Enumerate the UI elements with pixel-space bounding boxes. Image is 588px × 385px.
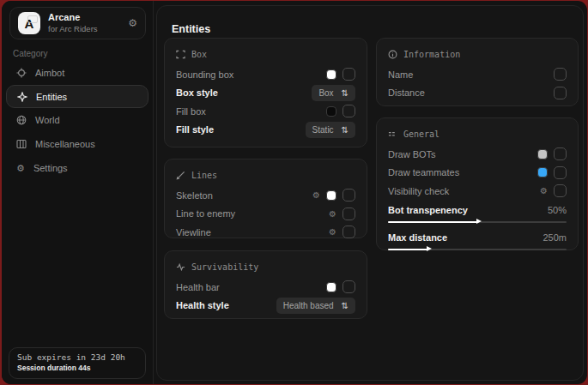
bot-transparency-slider[interactable] <box>388 219 567 226</box>
setting-label: Skeleton <box>176 190 312 201</box>
setting-row-max-distance: Max distance 250m <box>388 231 567 253</box>
grid-icon <box>388 129 397 139</box>
checkbox[interactable] <box>554 166 567 179</box>
sidebar: A Arcane for Arc Riders ⚙ Category Aimbo… <box>2 1 154 384</box>
max-distance-slider[interactable] <box>388 246 567 253</box>
setting-row-health-style: Health style Health based⇅ <box>176 297 355 316</box>
panel-title: Box <box>191 50 207 59</box>
lines-panel: Lines Skeleton ⚙ Line to enemy ⚙ Viewlin… <box>164 159 367 238</box>
setting-label: Line to enemy <box>176 208 329 219</box>
page-title: Entities <box>172 23 210 35</box>
session-duration-text: Session duration 44s <box>17 364 137 372</box>
panel-title: Information <box>403 50 460 59</box>
sidebar-item-label: Settings <box>33 163 68 173</box>
swap-vertical-icon: ⇅ <box>342 125 349 135</box>
slider-value: 250m <box>543 232 567 243</box>
setting-label: Box style <box>176 87 312 98</box>
box-style-select[interactable]: Box⇅ <box>312 85 355 101</box>
setting-row-bot-transparency: Bot transpenency 50% <box>388 203 567 226</box>
sidebar-item-entities[interactable]: Entities <box>6 85 149 108</box>
slider-thumb[interactable] <box>427 246 432 251</box>
setting-row-health-bar: Health bar <box>176 278 355 297</box>
slider-thumb[interactable] <box>476 219 482 224</box>
setting-label: Name <box>388 69 554 80</box>
sidebar-item-label: Miscellaneous <box>35 139 95 149</box>
information-panel: Information Name Distance <box>376 38 579 106</box>
checkbox[interactable] <box>342 105 355 117</box>
color-swatch[interactable] <box>326 106 336 117</box>
setting-label: Draw teammates <box>388 167 537 177</box>
sidebar-item-label: World <box>35 115 60 125</box>
panel-title: Survivability <box>191 262 258 272</box>
slider-fill <box>388 221 477 223</box>
setting-label: Health style <box>176 300 276 310</box>
bounding-box-icon <box>176 50 185 59</box>
pencil-line-icon <box>176 171 185 180</box>
setting-label: Viewline <box>176 227 329 238</box>
setting-row-bounding-box: Bounding box <box>176 65 355 84</box>
row-settings-gear-icon[interactable]: ⚙ <box>540 186 548 196</box>
survivability-panel: Survivability Health bar Health style He… <box>164 250 367 319</box>
row-settings-gear-icon[interactable]: ⚙ <box>312 190 320 200</box>
color-swatch[interactable] <box>537 149 548 159</box>
setting-label: Distance <box>388 87 554 98</box>
sidebar-item-label: Aimbot <box>35 68 64 78</box>
color-swatch[interactable] <box>326 69 336 80</box>
row-settings-gear-icon[interactable]: ⚙ <box>329 227 336 237</box>
selected-value: Box <box>318 88 333 98</box>
setting-row-draw-teammates: Draw teammates <box>388 164 567 183</box>
checkbox[interactable] <box>342 280 355 293</box>
color-swatch[interactable] <box>326 282 336 292</box>
setting-row-draw-bots: Draw BOTs <box>388 145 567 164</box>
sidebar-item-miscellaneous[interactable]: Miscellaneous <box>2 132 153 156</box>
fill-style-select[interactable]: Static⇅ <box>306 122 355 138</box>
setting-label: Max distance <box>388 232 543 243</box>
sidebar-item-world[interactable]: World <box>2 108 153 132</box>
swap-vertical-icon: ⇅ <box>342 88 349 98</box>
color-swatch[interactable] <box>537 167 548 177</box>
pulse-icon <box>176 262 185 272</box>
checkbox[interactable] <box>342 226 355 238</box>
selected-value: Health based <box>283 301 334 310</box>
category-label: Category <box>13 49 48 58</box>
slider-fill <box>388 249 427 250</box>
checkbox[interactable] <box>554 184 567 197</box>
checkbox[interactable] <box>342 189 355 202</box>
color-swatch[interactable] <box>326 190 336 201</box>
setting-label: Fill box <box>176 106 326 117</box>
settings-gear-icon[interactable]: ⚙ <box>128 17 137 29</box>
sidebar-nav: Aimbot Entities World Miscellaneous ⚙ Se… <box>2 61 153 180</box>
checkbox[interactable] <box>554 147 567 160</box>
swap-vertical-icon: ⇅ <box>342 301 349 310</box>
checkbox[interactable] <box>554 68 567 81</box>
sidebar-item-aimbot[interactable]: Aimbot <box>2 61 153 85</box>
entities-icon <box>17 92 27 102</box>
setting-row-box-style: Box style Box⇅ <box>176 84 355 103</box>
health-style-select[interactable]: Health based⇅ <box>276 298 355 314</box>
setting-label: Bot transpenency <box>388 205 548 215</box>
box-panel: Box Bounding box Box style Box⇅ Fill box… <box>164 38 367 147</box>
gear-icon: ⚙ <box>16 163 25 174</box>
app-logo-card: A Arcane for Arc Riders ⚙ <box>9 7 146 39</box>
setting-row-name: Name <box>388 65 567 84</box>
app-subtitle: for Arc Riders <box>48 24 120 34</box>
panel-title: Lines <box>191 171 217 180</box>
setting-label: Health bar <box>176 282 326 292</box>
setting-label: Visibility check <box>388 186 540 196</box>
setting-label: Fill style <box>176 124 306 135</box>
setting-row-skeleton: Skeleton ⚙ <box>176 186 355 205</box>
setting-row-viewline: Viewline ⚙ <box>176 223 355 242</box>
sidebar-item-settings[interactable]: ⚙ Settings <box>2 156 153 180</box>
checkbox[interactable] <box>342 68 355 81</box>
checkbox[interactable] <box>554 87 567 99</box>
row-settings-gear-icon[interactable]: ⚙ <box>329 209 336 219</box>
app-name: Arcane <box>48 12 120 24</box>
sidebar-item-label: Entities <box>36 92 67 102</box>
setting-label: Draw BOTs <box>388 149 537 159</box>
selected-value: Static <box>312 125 334 135</box>
setting-row-distance: Distance <box>388 84 567 103</box>
info-icon <box>388 50 397 59</box>
setting-row-fill-box: Fill box <box>176 102 355 121</box>
checkbox[interactable] <box>342 208 355 220</box>
crosshair-icon <box>16 68 27 78</box>
